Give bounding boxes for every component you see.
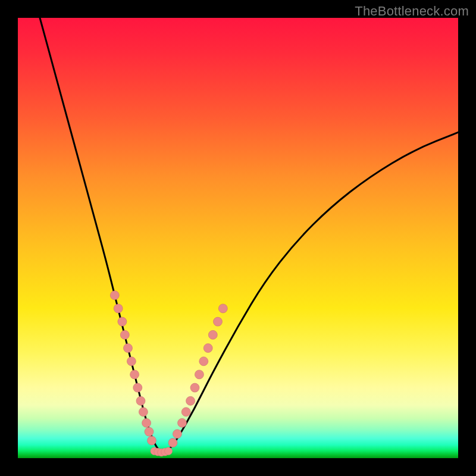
data-point-marker — [195, 370, 203, 379]
data-point-marker — [190, 383, 199, 392]
data-point-marker — [173, 430, 181, 439]
watermark-text: TheBottleneck.com — [355, 4, 469, 19]
data-point-marker — [214, 317, 223, 326]
data-point-marker — [186, 396, 195, 405]
data-point-marker — [120, 330, 129, 339]
data-point-marker — [218, 304, 227, 313]
data-point-marker — [118, 317, 127, 326]
data-point-marker — [178, 418, 187, 427]
data-point-marker — [127, 357, 136, 366]
data-point-marker — [145, 427, 154, 436]
data-point-marker — [114, 304, 123, 313]
data-point-marker — [148, 436, 156, 445]
data-point-marker — [165, 447, 173, 455]
marker-cluster-right — [168, 304, 227, 447]
data-point-marker — [203, 344, 212, 353]
data-point-marker — [110, 291, 119, 300]
plot-area — [18, 18, 458, 458]
data-point-marker — [136, 396, 145, 405]
bottleneck-curve — [40, 18, 458, 452]
data-point-marker — [181, 408, 190, 416]
data-point-marker — [133, 383, 142, 392]
chart-svg — [18, 18, 458, 458]
data-point-marker — [168, 439, 177, 447]
data-point-marker — [139, 408, 148, 416]
data-point-marker — [124, 344, 133, 353]
chart-frame: TheBottleneck.com — [0, 0, 476, 476]
data-point-marker — [199, 357, 208, 366]
marker-cluster-floor — [151, 447, 173, 456]
data-point-marker — [142, 418, 151, 427]
data-point-marker — [130, 370, 139, 379]
data-point-marker — [208, 330, 217, 339]
